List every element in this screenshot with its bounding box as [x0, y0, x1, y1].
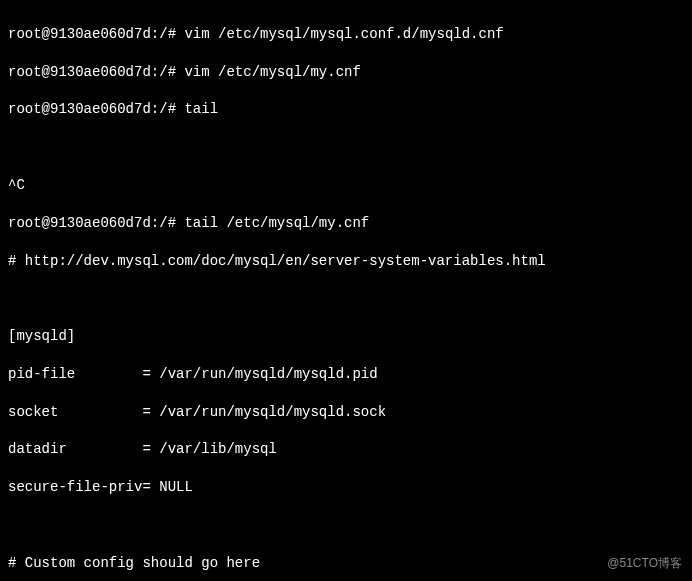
prompt: root@9130ae060d7d:/#: [8, 26, 176, 42]
prompt-line: root@9130ae060d7d:/# vim /etc/mysql/mysq…: [8, 25, 684, 44]
output-line: [mysqld]: [8, 327, 684, 346]
output-line: secure-file-priv= NULL: [8, 478, 684, 497]
blank-line: [8, 138, 684, 157]
blank-line: [8, 516, 684, 535]
command: vim /etc/mysql/mysql.conf.d/mysqld.cnf: [184, 26, 503, 42]
terminal-output[interactable]: root@9130ae060d7d:/# vim /etc/mysql/mysq…: [8, 6, 684, 581]
output-line: socket = /var/run/mysqld/mysqld.sock: [8, 403, 684, 422]
command: vim /etc/mysql/my.cnf: [184, 64, 360, 80]
interrupt: ^C: [8, 176, 684, 195]
output-line: # Custom config should go here: [8, 554, 684, 573]
prompt-line: root@9130ae060d7d:/# tail /etc/mysql/my.…: [8, 214, 684, 233]
prompt: root@9130ae060d7d:/#: [8, 64, 176, 80]
command: tail /etc/mysql/my.cnf: [184, 215, 369, 231]
prompt: root@9130ae060d7d:/#: [8, 215, 176, 231]
blank-line: [8, 289, 684, 308]
output-line: datadir = /var/lib/mysql: [8, 440, 684, 459]
output-line: pid-file = /var/run/mysqld/mysqld.pid: [8, 365, 684, 384]
watermark: @51CTO博客: [607, 555, 682, 571]
command: tail: [184, 101, 218, 117]
prompt-line: root@9130ae060d7d:/# vim /etc/mysql/my.c…: [8, 63, 684, 82]
output-line: # http://dev.mysql.com/doc/mysql/en/serv…: [8, 252, 684, 271]
prompt: root@9130ae060d7d:/#: [8, 101, 176, 117]
prompt-line: root@9130ae060d7d:/# tail: [8, 100, 684, 119]
